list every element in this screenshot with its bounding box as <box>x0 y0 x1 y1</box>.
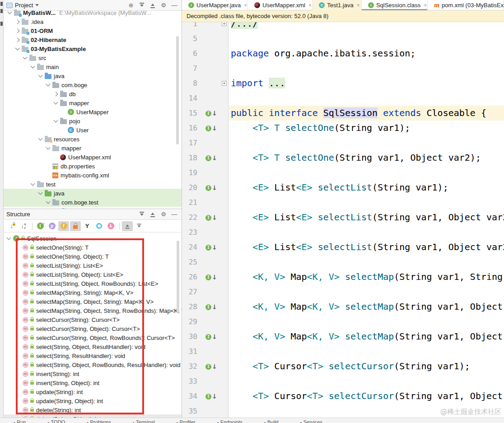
implementations-gutter-icon[interactable]: I↓ <box>205 244 219 251</box>
project-tree-item-mapper[interactable]: mapper <box>4 144 182 153</box>
chevron-down-icon[interactable] <box>38 136 43 141</box>
structure-method-item[interactable]: mselectCursor(String): Cursor<T> <box>4 315 182 324</box>
code-line[interactable]: 25 <box>182 255 504 270</box>
structure-method-item[interactable]: mselectCursor(String, Object): Cursor<T> <box>4 324 182 333</box>
project-tree-item-com-boge[interactable]: com.boge <box>4 80 182 89</box>
project-tree-item-resources[interactable]: resources <box>4 135 182 144</box>
project-tree-item-java[interactable]: java <box>4 71 182 80</box>
show-inherited-icon[interactable]: I↑ <box>35 221 46 231</box>
show-interfaces-icon[interactable] <box>93 221 104 231</box>
project-tree-item-mapper[interactable]: mapper <box>4 98 182 107</box>
code-line[interactable]: 32I↓ <T> Cursor<T> selectCursor(String v… <box>182 359 504 374</box>
code-line[interactable]: 26I↓ <K, V> Map<K, V> selectMap(String v… <box>182 270 504 284</box>
hide-panel-icon[interactable]: — <box>170 210 179 218</box>
fold-expand-icon[interactable]: + <box>222 81 227 86</box>
code-line[interactable]: 27 <box>182 284 504 299</box>
chevron-down-icon[interactable] <box>46 145 51 150</box>
tab-usermapper-java[interactable]: IUserMapper.java× <box>182 0 248 10</box>
expand-all-icon[interactable] <box>137 210 146 218</box>
structure-scrollbar[interactable] <box>177 241 179 313</box>
code-line[interactable]: 18I↓ <T> T selectOne(String var1, Object… <box>182 150 504 165</box>
toolwindow-button-profiler[interactable]: ▪Profiler <box>177 418 196 423</box>
chevron-down-icon[interactable] <box>54 118 58 123</box>
project-scrollbar[interactable] <box>176 36 179 144</box>
code-line[interactable]: 34I↓ <T> Cursor<T> selectCursor(String v… <box>182 389 504 404</box>
chevron-right-icon[interactable] <box>15 37 20 42</box>
structure-method-item[interactable]: mdelete(String): int <box>4 405 182 414</box>
structure-method-item[interactable]: mselect(String, ResultHandler): void <box>4 351 182 360</box>
tab-close-icon[interactable]: × <box>424 2 427 9</box>
tab-pom-xml-03-mybatisex[interactable]: mpom.xml (03-MyBatisEx <box>428 0 504 10</box>
show-lambdas-icon[interactable]: λ <box>105 221 116 231</box>
project-tree-item-db[interactable]: db <box>4 89 182 98</box>
show-properties-icon[interactable]: p <box>47 221 57 231</box>
project-tree-item-pojo[interactable]: pojo <box>4 116 182 126</box>
code-line[interactable]: 14 <box>182 91 504 106</box>
structure-method-item[interactable]: mselectMap(String, String): Map<K, V> <box>4 288 182 297</box>
code-line[interactable]: 17 <box>182 135 504 150</box>
code-line[interactable]: 20I↓ <E> List<E> selectList(String var1)… <box>182 180 504 195</box>
code-line[interactable]: 30I↓ <K, V> Map<K, V> selectMap(String v… <box>182 329 504 344</box>
chevron-down-icon[interactable] <box>38 73 43 78</box>
structure-root-sqlsession[interactable]: ISqlSession <box>4 234 182 243</box>
implementations-gutter-icon[interactable]: I↓ <box>205 154 219 162</box>
implementations-gutter-icon[interactable]: I↓ <box>205 125 219 132</box>
chevron-right-icon[interactable] <box>15 19 20 24</box>
chevron-down-icon[interactable] <box>31 64 35 69</box>
toolwindow-button-run[interactable]: ▪Run <box>14 418 26 423</box>
sort-visibility-icon[interactable]: ↓🔒 <box>6 221 17 231</box>
toolwindow-button-services[interactable]: ▪Services <box>300 418 322 423</box>
structure-method-item[interactable]: mselect(String, Object, ResultHandler): … <box>4 342 182 351</box>
left-toolwindow-strip[interactable] <box>0 0 4 418</box>
structure-method-item[interactable]: mdelete(String, Object): int <box>4 414 182 418</box>
chevron-down-icon[interactable] <box>23 55 28 60</box>
project-tree-item-usermapper[interactable]: IUserMapper <box>4 107 182 116</box>
implementations-gutter-icon[interactable]: I↓ <box>205 393 219 400</box>
project-tree-item-usermapper-xml[interactable]: UserMapper.xml <box>4 153 182 162</box>
code-line[interactable]: 15I↓public interface SqlSession extends … <box>182 106 504 121</box>
project-tree-item-db-properties[interactable]: db.properties <box>4 162 182 171</box>
autoscroll-from-source-icon[interactable] <box>134 221 145 231</box>
structure-method-item[interactable]: mupdate(String): int <box>4 387 182 396</box>
structure-method-item[interactable]: mselectList(String, Object, RowBounds): … <box>4 279 182 288</box>
project-tree-item-src[interactable]: src <box>4 53 182 62</box>
code-line[interactable]: 33 <box>182 374 504 389</box>
tab-close-icon[interactable]: × <box>244 2 247 9</box>
code-line[interactable]: 5 <box>182 31 504 46</box>
tab-close-icon[interactable]: × <box>308 2 312 9</box>
chevron-down-icon[interactable] <box>46 82 51 87</box>
toolwindow-button-problems[interactable]: ▪Problems <box>87 418 111 423</box>
implementations-gutter-icon[interactable]: I↓ <box>205 214 219 221</box>
settings-gear-icon[interactable]: ⚙ <box>159 210 168 218</box>
chevron-down-icon[interactable] <box>15 46 20 51</box>
code-line[interactable]: 19 <box>182 165 504 180</box>
code-line[interactable]: 6package org.apache.ibatis.session; <box>182 46 504 61</box>
project-tree-item-com-boge-test[interactable]: com.boge.test <box>4 198 182 207</box>
toolwindow-button-todo[interactable]: ▪TODO <box>47 418 65 423</box>
structure-method-item[interactable]: mselectList(String, Object): List<E> <box>4 270 182 279</box>
project-tree-item-mybatis-config-xml[interactable]: <>mybatis-config.xml <box>4 171 182 180</box>
structure-method-item[interactable]: mselectCursor(String, Object, RowBounds)… <box>4 333 182 342</box>
collapse-all-icon[interactable] <box>148 210 157 218</box>
implementations-gutter-icon[interactable]: I↓ <box>205 363 219 370</box>
code-line[interactable]: 8+import ... <box>182 76 504 91</box>
structure-method-item[interactable]: mselectMap(String, Object, String): Map<… <box>4 297 182 306</box>
code-line[interactable]: 21 <box>182 195 504 210</box>
project-tree-item-mybatisw-[interactable]: MyBatisW...E:\MyBatisWorkspace (MyBatisW… <box>4 8 182 17</box>
chevron-down-icon[interactable] <box>54 100 58 105</box>
structure-method-item[interactable]: mselectList(String): List<E> <box>4 261 182 270</box>
group-methods-icon[interactable]: Y <box>82 221 93 231</box>
autoscroll-to-source-icon[interactable] <box>122 221 133 231</box>
toolwindow-button-terminal[interactable]: ▪Terminal <box>133 418 155 423</box>
project-tree-item-03-mybatisexample[interactable]: 03-MyBatisExample <box>4 44 182 53</box>
code-line[interactable]: 24I↓ <E> List<E> selectList(String var1,… <box>182 240 504 255</box>
code-line[interactable]: 31 <box>182 344 504 359</box>
code-line[interactable]: 16I↓ <T> T selectOne(String var1); <box>182 121 504 135</box>
structure-method-item[interactable]: minsert(String, Object): int <box>4 378 182 387</box>
structure-method-item[interactable]: minsert(String): int <box>4 369 182 378</box>
implementations-gutter-icon[interactable]: I↓ <box>205 333 219 340</box>
code-line[interactable]: 22I↓ <E> List<E> selectList(String var1,… <box>182 210 504 225</box>
structure-method-item[interactable]: mselectOne(String, Object): T <box>4 252 182 261</box>
chevron-down-icon[interactable] <box>38 191 43 195</box>
structure-method-item[interactable]: mupdate(String, Object): int <box>4 396 182 405</box>
